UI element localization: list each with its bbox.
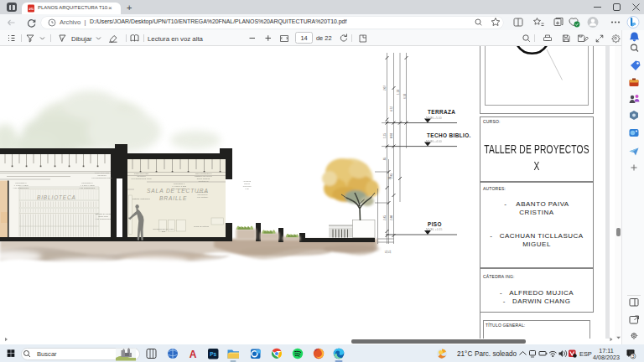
svg-text:Lectura en voz alta: Lectura en voz alta [148, 35, 204, 43]
svg-text:.98: .98 [388, 177, 392, 181]
svg-text:6.18: 6.18 [403, 94, 407, 99]
svg-text:0.98: 0.98 [390, 133, 393, 138]
svg-text:1.18: 1.18 [397, 90, 400, 95]
svg-text:2.40: 2.40 [390, 215, 393, 220]
svg-text:.15: .15 [388, 251, 392, 255]
svg-text:ESP: ESP [579, 350, 592, 358]
svg-text:2.07: 2.07 [383, 85, 387, 90]
svg-text:1.25: 1.25 [383, 133, 387, 138]
svg-text:3: 3 [631, 354, 634, 359]
svg-text:4.72: 4.72 [390, 106, 393, 111]
svg-text:4/08/2023: 4/08/2023 [593, 354, 620, 361]
svg-text:2.45: 2.45 [383, 215, 387, 220]
svg-text:PDF: PDF [29, 8, 34, 11]
svg-text:de 22: de 22 [316, 34, 332, 42]
svg-text:Ps: Ps [210, 351, 216, 357]
svg-text:Dibujar: Dibujar [71, 35, 92, 43]
svg-text:Parc. soleado: Parc. soleado [475, 350, 517, 358]
svg-text:14: 14 [300, 34, 307, 42]
svg-text:21°C: 21°C [457, 350, 472, 358]
svg-text:.85: .85 [383, 158, 387, 162]
svg-text:A: A [190, 349, 197, 360]
